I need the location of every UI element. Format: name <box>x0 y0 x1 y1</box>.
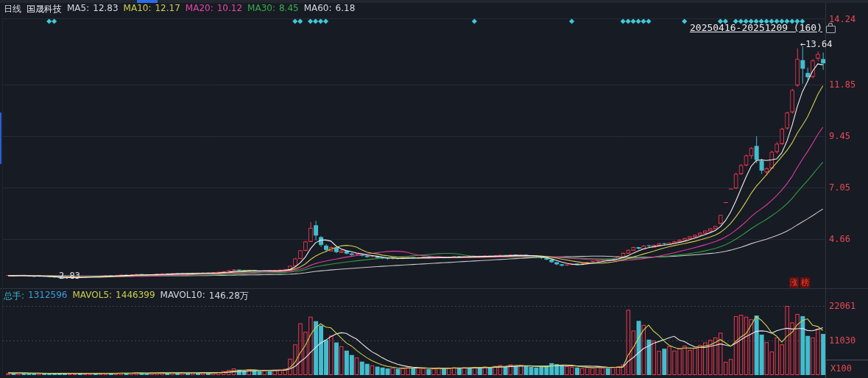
ma10-readout: MA10:12.17 <box>124 3 180 15</box>
badge-char: 涨 <box>789 277 799 288</box>
lock-icon[interactable] <box>826 26 836 33</box>
volume-axis-label: 22061 <box>829 301 855 311</box>
ma30-readout: MA30:8.45 <box>247 3 299 15</box>
mavol5-readout: MAVOL5:1446399 <box>73 290 155 302</box>
date-range-control[interactable]: 20250416-20251209 (160) <box>690 22 836 33</box>
price-axis-label: 11.85 <box>829 79 855 90</box>
period-label: 日线 <box>4 3 21 15</box>
volume-header: 总手:1312596 MAVOL5:1446399 MAVOL10:146.28… <box>4 290 249 302</box>
limit-up-badge[interactable]: 涨 榜 <box>789 277 810 288</box>
high-price-annotation: ←13.64 <box>800 39 832 49</box>
price-axis-label: 9.45 <box>829 131 850 141</box>
price-axis-label: 14.24 <box>829 14 855 24</box>
price-axis-label: 7.05 <box>829 182 850 193</box>
volume-unit-cell: X100 <box>825 360 868 378</box>
high-price-value: 13.64 <box>805 39 832 49</box>
stock-name: 国晟科技 <box>27 3 62 15</box>
ma20-readout: MA20:10.12 <box>186 3 242 15</box>
ma60-readout: MA60:6.18 <box>304 3 356 15</box>
volume-readout: 总手:1312596 <box>4 290 68 302</box>
badge-char: 榜 <box>800 277 810 288</box>
mavol10-readout: MAVOL10:146.28万 <box>160 290 249 302</box>
low-price-annotation: 2.83 <box>59 271 80 281</box>
price-axis-label: 4.66 <box>829 234 850 244</box>
date-range-label[interactable]: 20250416-20251209 (160) <box>690 22 822 33</box>
volume-axis-label: 11030 <box>829 335 855 346</box>
left-scrollbar-thumb[interactable] <box>0 113 1 164</box>
kline-window: 日线 国晟科技 MA5:12.83 MA10:12.17 MA20:10.12 … <box>0 0 868 378</box>
chart-canvas[interactable] <box>0 0 868 378</box>
chart-header: 日线 国晟科技 MA5:12.83 MA10:12.17 MA20:10.12 … <box>4 3 355 15</box>
volume-unit-label: X100 <box>830 363 852 374</box>
ma5-readout: MA5:12.83 <box>67 3 119 15</box>
